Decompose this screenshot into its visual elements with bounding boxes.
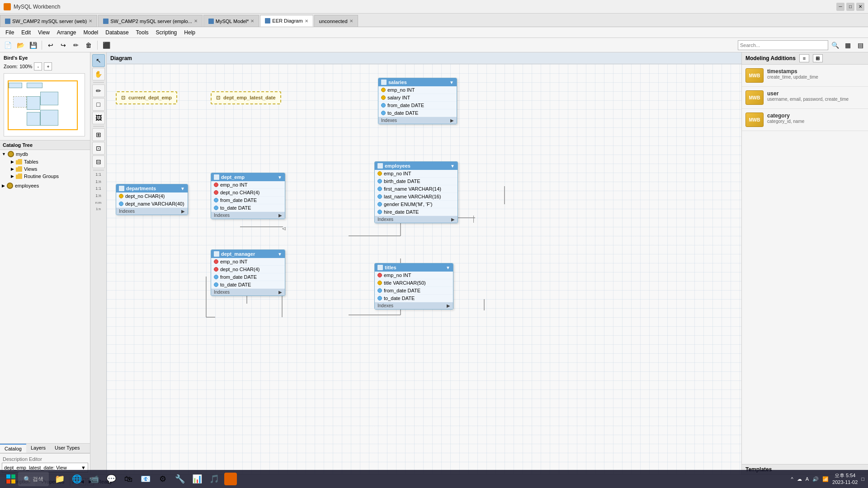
taskbar-browser-icon[interactable]: 🌐 [70, 472, 84, 486]
table-header-dept-emp[interactable]: dept_emp ▼ [211, 173, 285, 181]
view-dept-emp-latest-date[interactable]: ⊡ dept_emp_latest_date [211, 91, 281, 104]
table-collapse-icon[interactable]: ▼ [278, 175, 282, 180]
zoom-in-button[interactable]: + [44, 62, 52, 70]
minimize-button[interactable]: ─ [836, 3, 844, 11]
tree-tables[interactable]: ▶ Tables [0, 158, 90, 165]
image-tool[interactable]: 🖼 [92, 112, 105, 124]
new-file-button[interactable]: 📄 [2, 40, 14, 51]
tab-close-icon[interactable]: ✕ [89, 19, 92, 23]
minimap[interactable] [4, 73, 85, 136]
tab-close-icon[interactable]: ✕ [349, 19, 353, 23]
start-button[interactable] [4, 472, 18, 486]
indexes-row-salaries[interactable]: Indexes ▶ [378, 117, 457, 124]
close-button[interactable]: ✕ [856, 3, 864, 11]
table-salaries[interactable]: salaries ▼ emp_no INT salary INT from_da… [378, 78, 457, 124]
table-header-dept-manager[interactable]: dept_manager ▼ [211, 250, 285, 258]
pencil-tool[interactable]: ✏ [92, 84, 105, 97]
menu-model[interactable]: Model [80, 28, 102, 37]
tab-close-icon[interactable]: ✕ [305, 19, 308, 23]
taskbar-mail-icon[interactable]: 📧 [138, 472, 153, 486]
taskbar-file-explorer-icon[interactable]: 📁 [52, 472, 67, 486]
maximize-button[interactable]: □ [846, 3, 854, 11]
taskbar-app5-icon[interactable]: 🎵 [207, 472, 222, 486]
table-dept-emp[interactable]: dept_emp ▼ emp_no INT dept_no CHAR(4) fr… [211, 173, 285, 219]
menu-help[interactable]: Help [180, 28, 199, 37]
table-header-titles[interactable]: titles ▼ [375, 263, 453, 272]
open-file-button[interactable]: 📂 [14, 40, 26, 51]
table-tool[interactable]: ⊞ [92, 128, 105, 141]
menu-edit[interactable]: Edit [18, 28, 34, 37]
table-employees[interactable]: employees ▼ emp_no INT birth_date DATE f… [374, 161, 458, 223]
view-toggle-1[interactable]: ▦ [842, 40, 854, 51]
tab-close-icon[interactable]: ✕ [194, 19, 198, 23]
tab-catalog[interactable]: Catalog [0, 444, 26, 453]
tree-root-mydb[interactable]: ▼ mydb [0, 150, 90, 158]
tab-user-types[interactable]: User Types [50, 444, 84, 453]
clock[interactable]: 오후 5:54 2023-11-02 [832, 472, 858, 486]
note-tool[interactable]: □ [92, 98, 105, 111]
menu-view[interactable]: View [34, 28, 53, 37]
undo-button[interactable]: ↩ [45, 40, 57, 51]
search-input[interactable] [738, 40, 828, 50]
save-button[interactable]: 💾 [27, 40, 39, 51]
search-taskbar-icon[interactable]: 🔍 검색 [18, 472, 49, 486]
pan-tool[interactable]: ✋ [92, 68, 105, 80]
tab-unconnected[interactable]: unconnected ✕ [314, 15, 358, 27]
menu-arrange[interactable]: Arrange [53, 28, 80, 37]
tab-server-web[interactable]: SW_CAMP2 mySQL server (web) ✕ [0, 15, 97, 27]
redo-button[interactable]: ↪ [57, 40, 69, 51]
table-departments[interactable]: departments ▼ dept_no CHAR(4) dept_name … [116, 184, 188, 215]
pointer-tool[interactable]: ↖ [92, 54, 105, 67]
table-header-departments[interactable]: departments ▼ [116, 184, 188, 192]
search-button[interactable]: 🔍 [829, 40, 841, 51]
table-collapse-icon[interactable]: ▼ [449, 80, 454, 85]
tree-views[interactable]: ▶ Views [0, 165, 90, 173]
taskbar-app4-icon[interactable]: 📊 [190, 472, 204, 486]
export-button[interactable]: ⬛ [100, 40, 112, 51]
table-titles[interactable]: titles ▼ emp_no INT title VARCHAR(50) fr… [374, 263, 453, 310]
indexes-row-dept-emp[interactable]: Indexes ▶ [211, 212, 285, 219]
ma-list-view-button[interactable]: ≡ [799, 54, 809, 62]
menu-database[interactable]: Database [102, 28, 132, 37]
notification-icon[interactable]: □ [861, 476, 864, 482]
view-toggle-2[interactable]: ▤ [854, 40, 866, 51]
table-header-salaries[interactable]: salaries ▼ [378, 78, 457, 86]
speaker-icon[interactable]: 🔊 [812, 476, 819, 482]
menu-scripting[interactable]: Scripting [152, 28, 181, 37]
taskbar-app3-icon[interactable]: 🔧 [173, 472, 187, 486]
indexes-row-titles[interactable]: Indexes ▶ [375, 302, 453, 309]
tree-employees-schema[interactable]: ▶ employees [0, 182, 90, 190]
diagram-canvas[interactable]: | | ⊲ ⊡ current_dept_emp ⊡ dept_emp_late… [107, 64, 741, 474]
table-collapse-icon[interactable]: ▼ [446, 265, 450, 270]
indexes-row-departments[interactable]: Indexes ▶ [116, 208, 188, 215]
taskbar-chat-icon[interactable]: 💬 [104, 472, 118, 486]
tab-eer-diagram[interactable]: EER Diagram ✕ [260, 15, 313, 27]
table-collapse-icon[interactable]: ▼ [180, 186, 185, 191]
tab-mysql-model[interactable]: MySQL Model* ✕ [203, 15, 259, 27]
taskbar-store-icon[interactable]: 🛍 [121, 472, 136, 486]
view-current-dept-emp[interactable]: ⊡ current_dept_emp [116, 91, 177, 104]
taskbar-video-icon[interactable]: 📹 [87, 472, 101, 486]
table-dept-manager[interactable]: dept_manager ▼ emp_no INT dept_no CHAR(4… [211, 249, 285, 296]
view-tool[interactable]: ⊡ [92, 142, 105, 155]
routine-tool[interactable]: ⊟ [92, 155, 105, 168]
taskbar-app2-icon[interactable]: ⚙ [156, 472, 170, 486]
tab-close-icon[interactable]: ✕ [250, 19, 254, 23]
edit-button[interactable]: ✏ [70, 40, 82, 51]
tab-server-emplo[interactable]: SW_CAMP2 mySQL server (emplo... ✕ [98, 15, 203, 27]
tree-routine-groups[interactable]: ▶ Routine Groups [0, 173, 90, 180]
menu-tools[interactable]: Tools [132, 28, 152, 37]
window-controls[interactable]: ─ □ ✕ [836, 3, 864, 11]
table-collapse-icon[interactable]: ▼ [278, 252, 282, 257]
ma-grid-view-button[interactable]: ⊞ [813, 54, 823, 62]
delete-button[interactable]: 🗑 [83, 40, 94, 51]
table-collapse-icon[interactable]: ▼ [450, 164, 455, 169]
indexes-row-employees[interactable]: Indexes ▶ [375, 216, 458, 223]
taskbar-workbench-icon[interactable] [224, 473, 237, 485]
table-header-employees[interactable]: employees ▼ [375, 162, 458, 170]
indexes-row-dept-manager[interactable]: Indexes ▶ [211, 289, 285, 296]
tab-layers[interactable]: Layers [26, 444, 50, 453]
tray-up-icon[interactable]: ^ [791, 476, 793, 482]
wifi-icon[interactable]: 📶 [822, 476, 829, 482]
zoom-out-button[interactable]: - [34, 62, 42, 70]
